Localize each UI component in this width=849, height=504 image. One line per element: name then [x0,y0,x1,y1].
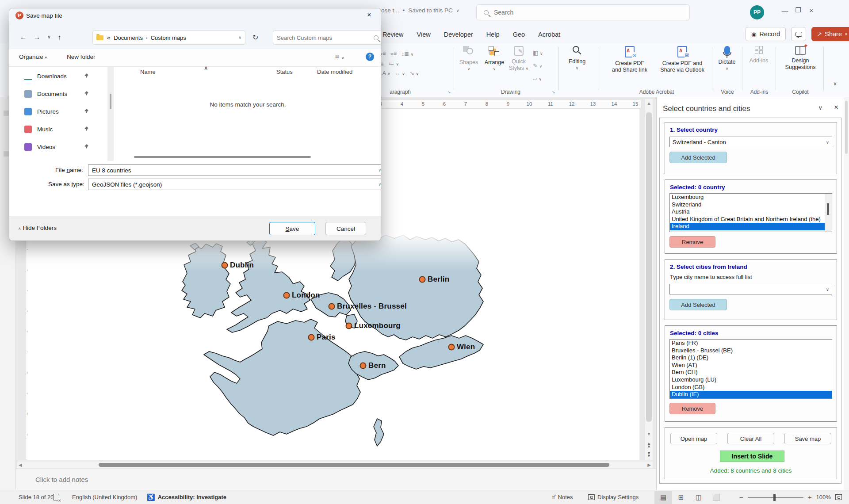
insert-to-slide-button[interactable]: Insert to Slide [720,451,784,462]
create-pdf-share-outlook-button[interactable]: A✉ Create PDF andShare via Outlook [655,46,709,73]
file-list-hscrollbar-thumb[interactable] [134,156,311,158]
sidebar-item[interactable]: Music [9,120,97,138]
pin-icon[interactable] [84,108,89,114]
indent-increase-icon[interactable]: »≡ [390,50,397,57]
reading-view-button[interactable]: ◫ [690,491,708,504]
columns-icon[interactable]: ≔ ∨ [389,60,399,67]
app-search-bar[interactable] [476,4,690,20]
panel-scrollbar[interactable] [844,97,849,490]
previous-slide-button[interactable]: ▲▲ [645,442,653,447]
notes-toggle[interactable]: ≡̂ Notes [552,490,573,504]
collapse-ribbon-icon[interactable]: ∨ [833,80,837,87]
dialog-search-input[interactable] [277,34,361,41]
column-name[interactable]: Name [140,69,156,75]
vertical-scrollbar-thumb[interactable] [646,112,652,422]
align-text-icon[interactable]: ↔ ∨ [395,70,405,76]
city-list-item[interactable]: London (GB) [670,384,832,391]
country-list-item[interactable]: Austria [670,208,832,216]
dialog-search-box[interactable] [273,31,381,45]
new-folder-button[interactable]: New folder [67,53,96,60]
city-dropdown[interactable]: ∨ [669,284,832,294]
city-list-item[interactable]: Bern (CH) [670,369,832,376]
shape-fill-icon[interactable]: ◧ ∨ [533,47,553,60]
country-dropdown[interactable]: Switzerland - Canton∨ [669,137,832,147]
dictate-button[interactable]: Dictate ∨ [714,46,740,72]
add-selected-country-button[interactable]: Add Selected [669,152,727,163]
drawing-dialog-launcher[interactable]: ↘ [552,90,555,94]
proofing-errors-icon[interactable] [53,494,59,500]
refresh-icon[interactable]: ↻ [252,33,258,42]
fit-slide-to-window-icon[interactable] [835,494,842,500]
quick-styles-button[interactable]: ✎ Quick Styles ∨ [508,46,530,72]
column-status[interactable]: Status [276,69,293,75]
country-list-item[interactable]: Ireland [670,223,832,230]
column-date-modified[interactable]: Date modified [317,69,352,75]
next-slide-button[interactable]: ▼▼ [645,452,653,457]
design-suggestions-button[interactable]: ✦ DesignSuggestions [779,46,822,71]
sidebar-scrollbar[interactable] [107,67,114,161]
sidebar-item[interactable]: Documents [9,85,97,103]
city-list-item[interactable]: Dublin (IE) [670,391,832,398]
add-ins-button[interactable]: Add-ins [745,46,773,64]
selected-cities-listbox[interactable]: Paris (FR)Bruxelles - Brussel (BE)Berlin… [669,339,832,399]
zoom-slider-thumb[interactable] [773,494,776,501]
organize-button[interactable]: Organize ▾ [19,53,47,60]
comments-button[interactable] [791,27,806,41]
address-bar[interactable]: « Documents › Custom maps ∨ [92,31,245,45]
share-button[interactable]: ↗ Share ∨ [811,27,849,41]
country-list-item[interactable]: United Kingdom of Great Britain and Nort… [670,216,832,223]
scroll-up-icon[interactable]: ▲ [645,101,653,106]
ribbon-tab[interactable]: Geo [506,25,532,43]
forward-icon[interactable]: → [34,33,40,41]
help-icon[interactable]: ? [366,53,374,61]
zoom-out-button[interactable]: − [739,493,743,501]
arrange-button[interactable]: Arrange ∨ [482,46,507,73]
remove-country-button[interactable]: Remove [669,236,715,248]
sidebar-item[interactable]: Videos [9,138,97,156]
notes-pane[interactable]: Click to add notes [16,469,656,490]
city-list-item[interactable]: Paris (FR) [670,340,832,347]
add-selected-city-button[interactable]: Add Selected [669,299,727,310]
sidebar-item[interactable]: Downloads [9,67,97,85]
country-list-item[interactable]: Luxembourg [670,194,832,201]
city-list-item[interactable]: Bruxelles - Brussel (BE) [670,347,832,355]
normal-view-button[interactable]: ▤ [654,491,672,504]
save-button[interactable]: Save [269,222,315,235]
address-dropdown-chevron-icon[interactable]: ∨ [238,35,241,40]
app-search-input[interactable] [494,9,662,16]
sidebar-item[interactable]: Pictures [9,103,97,120]
save-type-dropdown-chevron-icon[interactable]: ∨ [378,182,381,187]
scroll-down-icon[interactable]: ▼ [645,431,653,436]
saved-state[interactable]: Saved to this PC [408,7,453,14]
close-window-button[interactable]: × [805,7,818,14]
zoom-slider[interactable] [748,497,803,498]
slide-indicator[interactable]: Slide 18 of 20 [19,494,54,500]
scroll-left-icon[interactable]: ◀ [19,462,22,467]
panel-close-icon[interactable]: × [834,103,838,112]
slide-sorter-view-button[interactable]: ⊞ [672,491,690,504]
accessibility-status[interactable]: Accessibility: Investigate [158,494,226,500]
scroll-right-icon[interactable]: ▶ [647,462,651,467]
editing-button[interactable]: Editing ∨ [563,46,591,72]
shape-outline-icon[interactable]: ✎ ∨ [533,60,553,73]
save-as-type-dropdown[interactable]: GeoJSON files (*.geojson) ∨ [88,179,381,190]
listbox-scrollbar[interactable] [825,194,832,232]
convert-smartart-icon[interactable]: ↘ ∨ [409,70,419,76]
display-settings-toggle[interactable]: Display Settings [588,490,639,504]
open-map-button[interactable]: Open map [670,433,717,444]
notes-placeholder[interactable]: Click to add notes [35,476,88,483]
hide-folders-button[interactable]: ∧ Hide Folders [18,225,57,231]
file-name-input[interactable]: EU 8 countries ∨ [88,164,381,176]
up-icon[interactable]: ↑ [58,33,61,41]
view-mode-button[interactable]: ≣ ∨ [335,53,344,61]
panel-collapse-icon[interactable]: ∨ [818,104,822,111]
remove-city-button[interactable]: Remove [669,403,715,414]
create-pdf-share-link-button[interactable]: A∞ Create PDFand Share link [605,46,654,73]
shape-effects-icon[interactable]: ▱ ∨ [533,73,553,85]
zoom-level[interactable]: 100% [816,494,831,500]
paragraph-dialog-launcher[interactable]: ↘ [447,90,451,94]
dialog-close-icon[interactable]: × [364,11,375,19]
city-list-item[interactable]: Luxembourg (LU) [670,376,832,384]
zoom-in-button[interactable]: + [808,493,812,501]
pin-icon[interactable] [84,91,89,96]
